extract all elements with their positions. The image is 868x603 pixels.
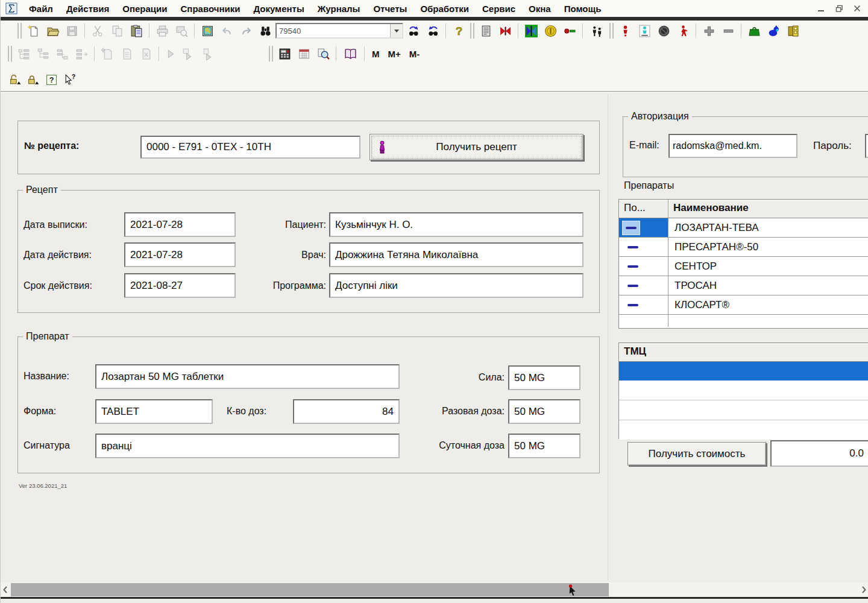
- dropdown-arrow-icon: [394, 30, 399, 33]
- menu-actions[interactable]: Действия: [60, 2, 116, 15]
- menu-windows[interactable]: Окна: [522, 2, 558, 15]
- tmc-column-header[interactable]: ТМЦ: [619, 343, 868, 361]
- drug-row[interactable]: ТРОСАН: [619, 276, 868, 295]
- menu-file[interactable]: Файл: [22, 2, 60, 15]
- add-remove-icon[interactable]: [561, 22, 579, 39]
- coin-icon[interactable]: [541, 22, 559, 39]
- close-icon[interactable]: [853, 4, 861, 13]
- person-walking-icon[interactable]: [674, 22, 692, 39]
- row-selected-cell[interactable]: [619, 218, 668, 237]
- new-document-icon[interactable]: [24, 22, 42, 39]
- find-previous-icon[interactable]: [424, 22, 442, 39]
- person-red-icon[interactable]: [616, 22, 634, 39]
- row-marker-cell[interactable]: [619, 238, 668, 256]
- help-box-icon[interactable]: ?: [43, 71, 60, 88]
- tmc-row[interactable]: [619, 420, 868, 440]
- scroll-right-icon[interactable]: [859, 582, 868, 597]
- signature-input[interactable]: [95, 434, 400, 458]
- drug-name[interactable]: КЛОСАРТ®: [668, 299, 868, 311]
- scrollbar-thumb[interactable]: [11, 583, 609, 596]
- drug-row[interactable]: КЛОСАРТ®: [619, 295, 868, 315]
- menu-operations[interactable]: Операции: [116, 2, 174, 15]
- calendar-icon[interactable]: [295, 45, 313, 62]
- drug-row[interactable]: СЕНТОР: [619, 257, 868, 276]
- plus-icon[interactable]: [700, 22, 718, 39]
- combobox-dropdown-button[interactable]: [390, 24, 402, 37]
- column-header-selected[interactable]: По...: [619, 200, 668, 218]
- drug-row[interactable]: ЛОЗАРТАН-ТЕВА: [619, 218, 868, 238]
- menu-journals[interactable]: Журналы: [311, 2, 367, 15]
- menu-service[interactable]: Сервис: [476, 2, 522, 15]
- expiry-date-input[interactable]: [124, 273, 236, 298]
- person-cyan-icon[interactable]: [635, 22, 653, 39]
- drug-name[interactable]: ЛОЗАРТАН-ТЕВА: [668, 222, 868, 234]
- green-bag-icon[interactable]: [745, 22, 763, 39]
- lock-icon[interactable]: [25, 71, 42, 88]
- scroll-left-icon[interactable]: [1, 582, 10, 597]
- calculator-icon[interactable]: [275, 45, 294, 62]
- cost-value-field[interactable]: 0.0: [770, 440, 868, 467]
- strength-input[interactable]: [508, 365, 580, 390]
- open-folder-icon[interactable]: [43, 22, 61, 39]
- green-bow-icon[interactable]: [522, 22, 540, 39]
- recipe-number-input[interactable]: [140, 136, 360, 159]
- memory-button[interactable]: M: [368, 46, 383, 62]
- red-bow-icon[interactable]: [496, 22, 514, 39]
- tmc-selected-row[interactable]: [619, 362, 868, 380]
- row-marker-cell[interactable]: [619, 295, 668, 314]
- report-icon[interactable]: [477, 22, 495, 39]
- password-field[interactable]: [865, 134, 868, 158]
- issue-date-input[interactable]: [124, 212, 236, 237]
- program-input[interactable]: [329, 273, 583, 298]
- key-card-icon[interactable]: [198, 22, 216, 39]
- toolbar-grip[interactable]: [17, 23, 22, 39]
- memory-plus-button[interactable]: M+: [385, 46, 404, 62]
- search-input[interactable]: [277, 24, 390, 37]
- menu-processing[interactable]: Обработки: [414, 2, 476, 15]
- minimize-icon[interactable]: [817, 4, 825, 13]
- unlock-icon[interactable]: [7, 71, 24, 88]
- get-cost-button[interactable]: Получить стоимость: [627, 442, 766, 466]
- help-icon[interactable]: ?: [450, 22, 468, 39]
- cabinet-icon[interactable]: [784, 22, 802, 39]
- menu-documents[interactable]: Документы: [247, 2, 310, 15]
- menu-references[interactable]: Справочники: [174, 2, 247, 15]
- patient-input[interactable]: [329, 212, 583, 237]
- drug-name-input[interactable]: [95, 364, 400, 389]
- paste-icon[interactable]: [127, 22, 145, 39]
- drug-row[interactable]: ПРЕСАРТАН®-50: [619, 238, 868, 257]
- find-next-icon[interactable]: [404, 22, 423, 39]
- doses-input[interactable]: [293, 399, 400, 424]
- row-marker-cell[interactable]: [619, 257, 668, 276]
- restore-icon[interactable]: [835, 4, 843, 13]
- book-icon[interactable]: [340, 45, 360, 62]
- column-header-name[interactable]: Наименование: [668, 200, 868, 218]
- zoom-document-icon[interactable]: [314, 45, 332, 62]
- people-icon[interactable]: [587, 22, 607, 39]
- toolbar-grip[interactable]: [470, 23, 474, 39]
- tmc-row[interactable]: [619, 400, 868, 420]
- toolbar-grip[interactable]: [609, 23, 614, 39]
- menu-help[interactable]: Помощь: [558, 2, 608, 15]
- minus-icon[interactable]: [719, 22, 737, 39]
- drug-name[interactable]: ПРЕСАРТАН®-50: [668, 241, 868, 253]
- daily-dose-input[interactable]: [508, 434, 580, 458]
- form-input[interactable]: [95, 399, 213, 424]
- email-field[interactable]: [668, 134, 797, 158]
- memory-minus-button[interactable]: M-: [406, 46, 424, 62]
- dark-wheel-icon[interactable]: [655, 22, 673, 39]
- toolbar-grip[interactable]: [8, 46, 12, 62]
- row-marker-cell[interactable]: [619, 276, 668, 295]
- tmc-row[interactable]: [619, 380, 868, 400]
- menu-reports[interactable]: Отчеты: [366, 2, 414, 15]
- blue-dog-icon[interactable]: [764, 22, 782, 39]
- context-help-icon[interactable]: ?: [61, 71, 78, 88]
- drug-name[interactable]: СЕНТОР: [668, 260, 868, 273]
- toolbar-grip[interactable]: [269, 46, 273, 62]
- drug-name[interactable]: ТРОСАН: [668, 280, 868, 292]
- effective-date-input[interactable]: [124, 242, 236, 267]
- find-icon[interactable]: [256, 22, 274, 39]
- get-recipe-button[interactable]: Получить рецепт: [370, 134, 583, 160]
- single-dose-input[interactable]: [508, 399, 580, 424]
- doctor-input[interactable]: [329, 242, 583, 267]
